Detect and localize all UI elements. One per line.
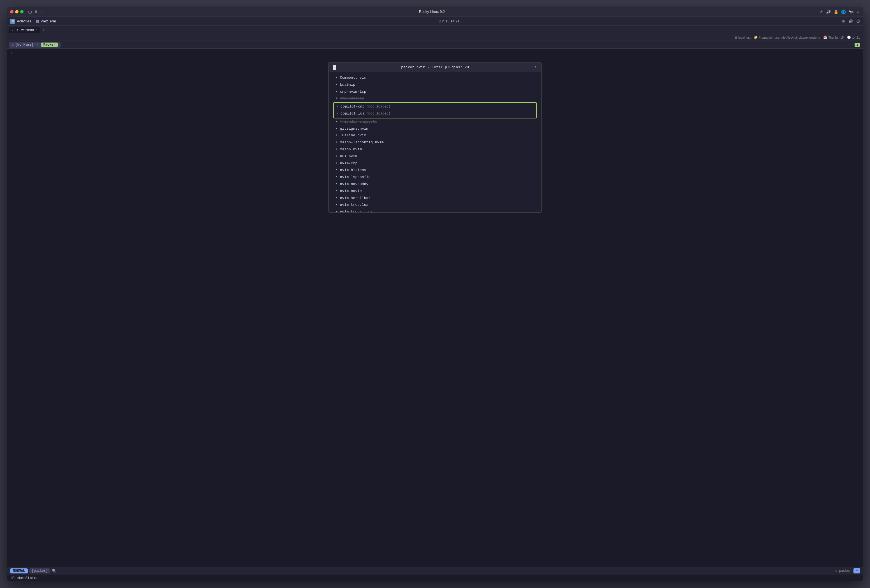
nvim-tab-active[interactable]: ⊞ [No Name] › Packer	[9, 42, 61, 48]
list-item: • LuaSnip	[329, 82, 435, 89]
plugin-name: lualine.nvim	[340, 133, 366, 139]
bullet-icon: •	[335, 161, 338, 166]
packer-title: packer.nvim - Total plugins: 28	[336, 65, 435, 70]
activities-button[interactable]: ⊞ Activities	[10, 19, 31, 24]
traffic-lights	[10, 10, 24, 13]
plugin-name: nvim-tree.lua	[340, 202, 368, 208]
nvim-tabline: ⊞ [No Name] › Packer	[7, 41, 435, 49]
bullet-icon: •	[335, 209, 338, 212]
plugin-name: nui.nvim	[340, 154, 358, 160]
bullet-icon: •	[336, 104, 338, 110]
list-item: • nvim-navic	[329, 188, 435, 195]
bullet-icon: •	[335, 133, 338, 139]
list-item: • Comment.nvim	[329, 74, 435, 82]
plugin-name: LuaSnip	[340, 82, 355, 88]
list-item: • nvim-lspconfig	[329, 174, 435, 181]
wezterm-icon: ▦	[36, 19, 39, 23]
bullet-icon: •	[335, 168, 338, 173]
bullet-icon: •	[335, 196, 338, 201]
maximize-button[interactable]	[20, 10, 24, 13]
bullet-icon: •	[335, 147, 338, 153]
bullet-icon: •	[335, 154, 338, 160]
plugin-name: cmp-luasnip	[340, 96, 364, 102]
list-item: • nui.nvim	[329, 153, 435, 160]
path-bar: 🖥 localhost 📁 /home/utm-user/.dotfiles/n…	[7, 34, 435, 41]
bullet-icon: •	[335, 96, 338, 102]
tab-label: >_ wezterm	[16, 28, 34, 32]
nvim-tabline-wrapper: ⊞ [No Name] › Packer 1	[7, 41, 435, 49]
packer-cursor	[333, 65, 336, 70]
tab-shell-icon: ⊞	[12, 43, 14, 46]
list-item: • mason-lspconfig.nvim	[329, 139, 435, 146]
packer-content: • Comment.nvim • LuaSnip • cmp-nvim-lsp …	[329, 72, 435, 212]
plugin-name: nvim-treesitter	[340, 209, 373, 212]
wezterm-label: WezTerm	[41, 19, 56, 23]
wezterm-tab[interactable]: ›_ >_ wezterm ×	[9, 27, 40, 33]
tab-icon: ›_	[12, 28, 15, 32]
terminal-container: ›_ >_ wezterm × + 🖥 localhost 📁 /home/ut…	[7, 26, 435, 294]
plugin-name: nvim-cmp	[340, 161, 358, 166]
activities-icon: ⊞	[10, 19, 15, 24]
bullet-icon: •	[335, 202, 338, 208]
bullet-icon: •	[335, 189, 338, 195]
menubar: ⊞ Activities ▦ WezTerm Jun 15 14:21 ⊞ 🔊 …	[7, 17, 435, 26]
bullet-icon: •	[335, 75, 338, 81]
plugin-name: cmp-nvim-lsp	[340, 89, 366, 95]
plugin-status: (not loaded)	[366, 111, 390, 116]
list-item: • friendly-snippets	[329, 119, 435, 125]
plugin-name: mason.nvim	[340, 147, 362, 153]
plugin-name: copilot-cmp	[341, 104, 365, 110]
tabbar: ›_ >_ wezterm × +	[7, 26, 435, 34]
bullet-icon: •	[335, 181, 338, 187]
packer-header: packer.nvim - Total plugins: 28 •	[329, 62, 435, 72]
tab-add-button[interactable]: +	[41, 27, 46, 33]
list-item: • nvim-cmp	[329, 160, 435, 167]
pause-icon[interactable]: ⏸	[34, 9, 38, 14]
plugin-name: nvim-scrollbar	[340, 196, 371, 201]
bullet-icon: •	[335, 140, 338, 146]
close-button[interactable]	[10, 10, 13, 13]
window: ⏻ ⏸ ← Rocky Linux 9.2 ☀ 🔊 🔒 🌐 📷 ⚙ ⊞ Acti…	[7, 7, 435, 294]
list-item: • nvim-hlslens	[329, 167, 435, 174]
list-item: • copilot-cmp (not loaded)	[335, 103, 435, 110]
list-item: • gitsigns.nvim	[329, 125, 435, 132]
plugin-name: friendly-snippets	[340, 119, 377, 125]
plugin-name: nvim-navbuddy	[340, 181, 368, 187]
back-icon[interactable]: ←	[40, 9, 44, 14]
list-item: • cmp-luasnip	[329, 95, 435, 102]
editor-area: 1 packer.nvim - Total plugins: 28 • • Co…	[7, 49, 435, 294]
list-item: • nvim-navbuddy	[329, 181, 435, 188]
plugin-name: copilot.lua	[341, 111, 365, 117]
list-item: • cmp-nvim-lsp	[329, 89, 435, 95]
plugin-status: (not loaded)	[366, 104, 390, 110]
plugin-name: gitsigns.nvim	[340, 126, 368, 132]
wezterm-task[interactable]: ▦ WezTerm	[36, 19, 56, 23]
packer-popup: packer.nvim - Total plugins: 28 • • Comm…	[328, 62, 435, 212]
plugin-name: nvim-hlslens	[340, 168, 366, 173]
list-item: • nvim-scrollbar	[329, 195, 435, 202]
list-item: • lualine.nvim	[329, 132, 435, 139]
datetime: Jun 15 14:21	[61, 19, 435, 23]
nvim-tab-packer: Packer	[41, 43, 58, 47]
list-item: • mason.nvim	[329, 146, 435, 153]
bullet-icon: •	[335, 174, 338, 180]
activities-label: Activities	[17, 19, 31, 23]
plugin-name: mason-lspconfig.nvim	[340, 140, 384, 146]
titlebar: ⏻ ⏸ ← Rocky Linux 9.2 ☀ 🔊 🔒 🌐 📷 ⚙	[7, 7, 435, 17]
titlebar-controls: ⏻ ⏸ ←	[28, 9, 44, 14]
nvim-tab-no-name: [No Name]	[15, 43, 34, 47]
plugin-name: Comment.nvim	[340, 75, 366, 81]
minimize-button[interactable]	[15, 10, 18, 13]
power-icon[interactable]: ⏻	[28, 9, 32, 14]
bullet-icon: •	[335, 89, 338, 95]
line-number-1: 1	[7, 51, 435, 55]
list-item: • copilot.lua (not loaded)	[335, 110, 435, 117]
bullet-icon: •	[335, 119, 338, 125]
list-item: • nvim-tree.lua	[329, 202, 435, 209]
list-item: • nvim-treesitter	[329, 209, 435, 212]
copilot-highlight-box: • copilot-cmp (not loaded) • copilot.lua…	[333, 102, 435, 119]
plugin-name: nvim-lspconfig	[340, 174, 371, 180]
bullet-icon: •	[336, 111, 338, 117]
window-title: Rocky Linux 9.2	[48, 9, 435, 14]
tab-close-button[interactable]: ×	[36, 28, 37, 31]
